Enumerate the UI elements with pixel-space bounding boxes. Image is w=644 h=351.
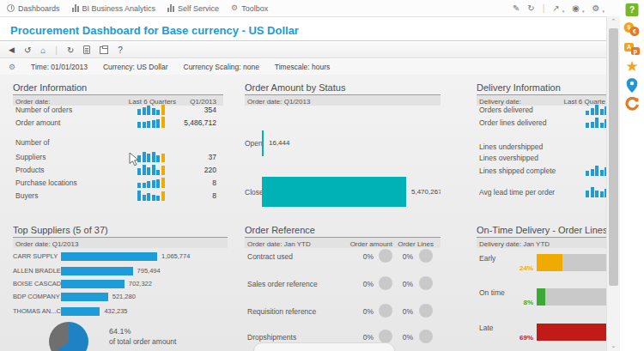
bar-pct: 69%	[509, 334, 533, 342]
bar	[61, 280, 125, 288]
reference-row: Requisition reference 0% 0%	[245, 304, 440, 318]
tab-label: Toolbox	[241, 4, 268, 13]
status-circle	[419, 304, 433, 318]
tab-label: BI Business Analytics	[82, 4, 156, 13]
filter-time[interactable]: Time: 01/01/2013	[31, 63, 88, 71]
bar-value: 432,235	[104, 307, 127, 315]
sparkline	[586, 118, 607, 128]
bar-label: On time	[479, 288, 505, 297]
help-icon[interactable]: ?	[118, 45, 123, 55]
bar	[537, 254, 562, 271]
record-icon[interactable]: ◉	[572, 3, 580, 13]
panel-title: Order Information	[13, 82, 223, 93]
kpi-value: 5,486,712	[184, 118, 216, 127]
section-label-row: Number of	[13, 136, 223, 148]
vertical-scrollbar[interactable]: ⌃ ⌄	[606, 16, 620, 351]
reference-row: Sales order reference 0% 0%	[245, 276, 440, 290]
bar-value: 702,322	[129, 280, 152, 287]
scroll-down-icon[interactable]: ⌄	[607, 342, 620, 349]
document-icon[interactable]	[83, 45, 90, 54]
location-pin-icon[interactable]	[627, 78, 638, 96]
supplier-bar-row: BOISE CASCADE 702,322	[13, 279, 152, 288]
settings-gear-icon[interactable]: ⚙	[592, 3, 600, 13]
bar-closed	[262, 177, 406, 207]
bar-open	[262, 130, 264, 156]
kpi-row: Avg lead time per order	[477, 186, 607, 198]
ref-label: Sales order reference	[247, 280, 318, 288]
dashboard-content: Order Information Order date: Last 6 Qua…	[0, 75, 606, 351]
currency-coins-icon[interactable]: $ €	[624, 22, 641, 37]
prompt-gear-icon[interactable]: ⚙	[9, 64, 15, 71]
order-reference-panel: Order Reference Order date: Jan YTD Orde…	[245, 225, 440, 351]
refresh-icon[interactable]: ↻	[67, 45, 74, 55]
nav-actions: ✎ ↻ | ↗▾ ◉▾ ⚙▾	[513, 3, 605, 13]
bar-value: 521,280	[112, 293, 136, 300]
kpi-row: Lines undershipped	[477, 141, 607, 153]
filter-scaling[interactable]: Currency Scaling: none	[184, 63, 259, 71]
ref-lines-pct: 0%	[403, 252, 413, 261]
kpi-value: 220	[204, 166, 216, 174]
kpi-label: Orders delivered	[479, 106, 533, 114]
panel-subheader: Order date: Q1/2013	[13, 237, 228, 248]
tab-self-service[interactable]: Self Service	[167, 4, 219, 13]
caret-icon: ▾	[582, 9, 585, 14]
suppliers-pie-chart	[49, 322, 88, 351]
subheader-label: Order date: Q1/2013	[15, 240, 78, 248]
order-information-panel: Order Information Order date: Last 6 Qua…	[13, 82, 223, 211]
print-icon[interactable]	[100, 46, 108, 54]
bar-label: Closed	[245, 188, 258, 197]
top-suppliers-panel: Top Suppliers (5 of 37) Order date: Q1/2…	[13, 225, 228, 351]
tab-label: Self Service	[178, 4, 219, 13]
tab-bi-business-analytics[interactable]: BI Business Analytics	[72, 4, 156, 13]
edit-icon[interactable]: ✎	[513, 3, 519, 13]
kpi-label: Buyers	[15, 191, 38, 200]
undo-icon[interactable]: ↺	[24, 45, 31, 55]
sparkline	[586, 105, 607, 115]
feedback-bubbles-icon[interactable]: A p	[624, 43, 640, 56]
tab-dashboards[interactable]: Dashboards	[7, 4, 60, 13]
tab-toolbox[interactable]: ⚙ Toolbox	[231, 4, 268, 13]
filter-timescale[interactable]: Timescale: hours	[275, 63, 330, 71]
sparkline	[137, 178, 165, 188]
ref-label: Contract used	[247, 252, 293, 261]
kpi-value: 37	[209, 153, 216, 161]
home-icon[interactable]: ⌂	[40, 45, 46, 55]
brand-swoosh-icon[interactable]	[625, 97, 640, 115]
status-circle	[379, 304, 392, 318]
export-icon[interactable]: ↗	[552, 3, 559, 13]
bar-pct: 8%	[509, 299, 533, 306]
panel-subheader: Order date: Q1/2013	[245, 94, 440, 106]
euro-coin: €	[630, 27, 640, 36]
bar	[61, 267, 133, 275]
favorites-star-icon[interactable]: ★	[625, 59, 638, 74]
scrollbar-thumb[interactable]	[609, 28, 618, 286]
bar	[537, 288, 545, 306]
bar-label: Early	[479, 254, 495, 263]
filter-currency[interactable]: Currency: US Dollar	[103, 63, 168, 71]
ontime-bar-row: On time 8%	[477, 288, 607, 307]
scroll-up-icon[interactable]: ⌃	[607, 18, 620, 25]
sparkline	[586, 187, 607, 197]
kpi-row: Products 220	[13, 164, 223, 176]
sparkline	[586, 166, 607, 176]
reload-icon[interactable]: ↻	[527, 3, 534, 13]
kpi-label: Lines shipped complete	[479, 166, 556, 175]
bar	[537, 324, 607, 341]
right-icon-rail: ? $ € A p ★	[620, 0, 644, 351]
delivery-information-panel: Delivery Information Delivery date: Last…	[477, 82, 607, 211]
kpi-row: Order lines delivered	[477, 117, 607, 129]
ref-amount-pct: 0%	[363, 307, 374, 316]
back-icon[interactable]: ◀	[9, 45, 15, 54]
order-amount-by-status-panel: Order Amount by Status Order date: Q1/20…	[245, 82, 440, 211]
kpi-row: Orders delivered	[477, 104, 607, 116]
help-badge-icon[interactable]: ?	[626, 3, 639, 16]
bar-label: BDP COMPANY	[13, 293, 61, 300]
bar-value: 1,065,774	[161, 252, 190, 260]
ref-lines-pct: 0%	[403, 307, 413, 316]
kpi-label: Products	[15, 166, 45, 174]
kpi-row: Number of orders 354	[13, 104, 223, 116]
kpi-label: Order lines delivered	[479, 118, 546, 127]
sparkline	[137, 191, 165, 201]
title-bar: Procurement Dashboard for Base currency …	[0, 18, 606, 41]
kpi-row: Order amount 5,486,712	[13, 117, 223, 129]
